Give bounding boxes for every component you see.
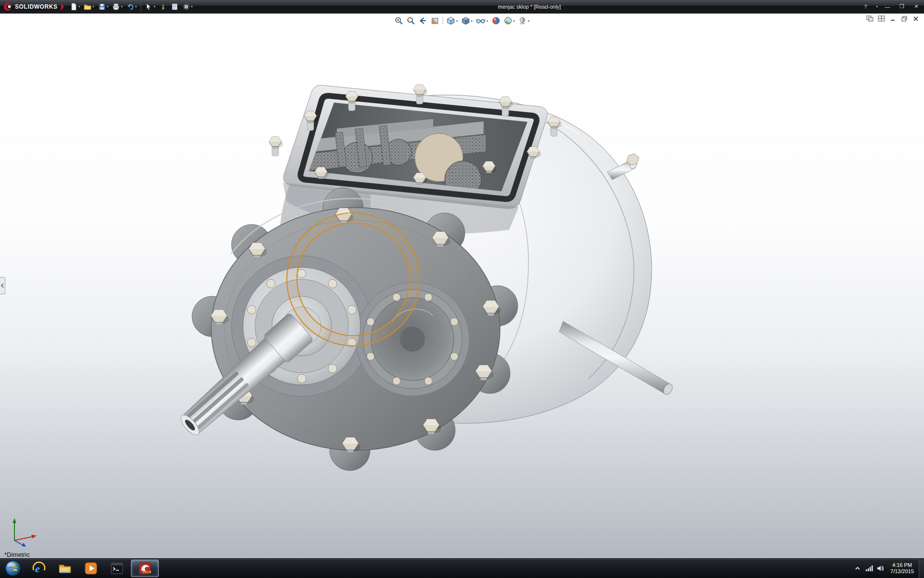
undo-arrow-icon (127, 3, 134, 11)
open-button[interactable]: ▾ (82, 1, 96, 12)
apply-scene-button[interactable]: ▾ (502, 15, 516, 26)
cascade-windows-button[interactable] (865, 15, 874, 22)
heads-up-view-toolbar: ▾ ▾ ▾ ▾ ▾ (393, 15, 531, 26)
tray-expand-button[interactable] (852, 559, 863, 578)
file-properties-button[interactable] (169, 1, 180, 12)
dropdown-caret[interactable]: ▾ (135, 5, 137, 8)
file-properties-icon (171, 3, 179, 11)
view-settings-icon (518, 16, 527, 25)
network-status[interactable] (863, 559, 875, 578)
select-button[interactable]: ▾ (143, 1, 157, 12)
taskbar-item-windows-explorer[interactable] (52, 559, 78, 578)
printer-icon (112, 3, 120, 11)
volume-status[interactable] (875, 559, 886, 578)
help-dropdown-caret[interactable]: ▾ (876, 5, 878, 8)
svg-text:e: e (35, 563, 40, 575)
maximize-button[interactable]: ❐ (897, 3, 907, 10)
new-document-button[interactable]: ▾ (68, 1, 82, 12)
new-document-icon (70, 3, 77, 11)
view-orientation-cube-icon (447, 16, 455, 25)
zoom-to-area-icon (407, 16, 415, 25)
volume-icon (877, 565, 885, 572)
document-window-controls (865, 15, 920, 22)
taskbar-item-media-player[interactable] (78, 559, 104, 578)
section-view-button[interactable] (429, 15, 441, 26)
logo-separator (61, 2, 64, 11)
folder-icon (58, 561, 72, 576)
dropdown-caret[interactable]: ▾ (471, 19, 473, 23)
restore-document-icon (901, 16, 908, 22)
rebuild-icon (159, 3, 167, 11)
media-player-icon (84, 561, 98, 576)
show-desktop-button[interactable] (919, 559, 924, 578)
save-button[interactable]: ▾ (97, 1, 110, 12)
zoom-to-fit-button[interactable] (393, 15, 405, 26)
dropdown-caret[interactable]: ▾ (456, 19, 458, 23)
dropdown-caret[interactable]: ▾ (528, 19, 530, 23)
rebuild-button[interactable] (158, 1, 168, 12)
taskbar-clock[interactable]: 4:16 PM 7/13/2015 (886, 562, 919, 575)
expand-panel-arrow-icon (1, 284, 4, 288)
options-button[interactable]: ▾ (181, 1, 194, 12)
solidworks-version-badge: 2015 (142, 570, 151, 574)
minimize-document-icon (889, 16, 896, 22)
windows-start-orb-icon (5, 560, 21, 577)
hide-show-items-button[interactable]: ▾ (475, 15, 490, 26)
hide-show-glasses-icon (476, 16, 486, 25)
zoom-to-area-button[interactable] (405, 15, 417, 26)
display-style-button[interactable]: ▾ (460, 15, 474, 26)
undo-button[interactable]: ▾ (125, 1, 139, 12)
apply-scene-icon (503, 16, 512, 25)
close-document-button[interactable] (911, 15, 920, 22)
network-icon (865, 565, 873, 572)
dropdown-caret[interactable]: ▾ (487, 19, 488, 23)
save-floppy-icon (98, 3, 106, 11)
view-settings-button[interactable]: ▾ (517, 15, 531, 26)
system-tray: 4:16 PM 7/13/2015 (852, 559, 924, 578)
open-folder-icon (84, 3, 91, 11)
brand-text: SOLIDWORKS (15, 3, 58, 10)
solidworks-logo: SOLIDWORKS (0, 2, 68, 11)
display-style-icon (461, 16, 470, 25)
edit-appearance-ball-icon (491, 16, 500, 25)
minimize-button[interactable]: — (883, 4, 892, 10)
taskbar-item-internet-explorer[interactable]: e (26, 559, 52, 578)
taskbar-item-solidworks[interactable]: 2015 (131, 560, 159, 577)
dropdown-caret[interactable]: ▾ (78, 5, 80, 8)
taskbar-item-command-prompt[interactable] (104, 559, 130, 578)
internet-explorer-icon: e (32, 561, 46, 576)
edit-appearance-button[interactable] (490, 15, 501, 26)
graphics-viewport[interactable]: ▾ ▾ ▾ ▾ ▾ (0, 13, 924, 559)
print-button[interactable]: ▾ (111, 1, 124, 12)
clock-time: 4:16 PM (890, 562, 914, 568)
3d-model-gearbox[interactable] (0, 13, 924, 559)
select-cursor-icon (145, 3, 153, 11)
view-orientation-button[interactable]: ▾ (445, 15, 460, 26)
dropdown-caret[interactable]: ▾ (154, 5, 155, 8)
zoom-to-fit-icon (395, 16, 403, 25)
ds-logo-icon (3, 2, 13, 11)
featuremanager-collapsed-tab[interactable] (0, 277, 5, 294)
titlebar: SOLIDWORKS ▾ ▾ ▾ ▾ ▾ ▾ (0, 0, 924, 13)
toolbar-separator (443, 17, 443, 25)
dropdown-caret[interactable]: ▾ (107, 5, 109, 8)
help-button[interactable]: ? (860, 4, 870, 10)
clock-date: 7/13/2015 (890, 568, 914, 575)
view-orientation-label: *Dimetric (4, 551, 30, 558)
dropdown-caret[interactable]: ▾ (513, 19, 515, 23)
previous-view-icon (419, 16, 427, 25)
toolbar-separator (141, 2, 141, 11)
close-document-icon (912, 16, 919, 22)
minimize-document-button[interactable] (888, 15, 897, 22)
options-gear-icon (182, 3, 190, 11)
dropdown-caret[interactable]: ▾ (121, 5, 123, 8)
dropdown-caret[interactable]: ▾ (191, 5, 193, 8)
restore-document-button[interactable] (900, 15, 909, 22)
close-button[interactable]: ✕ (911, 3, 921, 10)
command-prompt-icon (110, 561, 124, 576)
section-view-icon (431, 16, 439, 25)
previous-view-button[interactable] (417, 15, 429, 26)
start-button[interactable] (0, 559, 26, 578)
tile-windows-button[interactable] (877, 15, 886, 22)
dropdown-caret[interactable]: ▾ (92, 5, 94, 8)
